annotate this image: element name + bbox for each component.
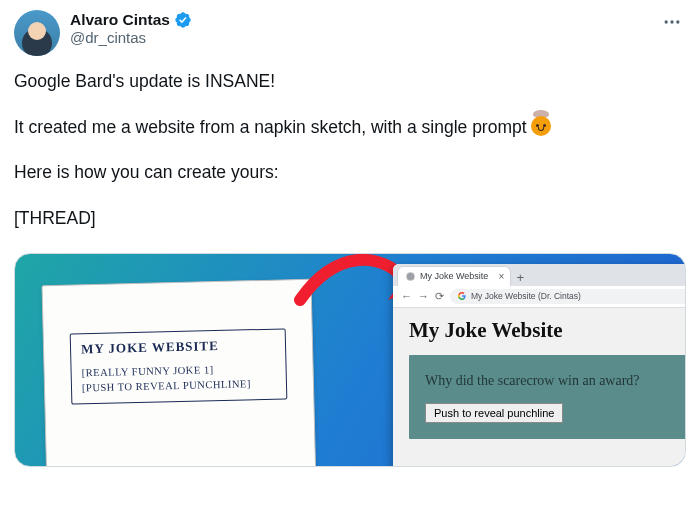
tweet-line-1: Google Bard's update is INSANE! (14, 70, 686, 94)
svg-point-0 (665, 20, 668, 23)
display-name[interactable]: Alvaro Cintas (70, 10, 170, 29)
browser-toolbar: ← → ⟳ My Joke Website (Dr. Cintas) (393, 286, 686, 308)
browser-tab[interactable]: My Joke Website × (397, 266, 511, 286)
mind-blown-emoji-icon (531, 116, 551, 136)
joke-question: Why did the scarecrow win an award? (425, 373, 686, 389)
google-g-icon (458, 292, 466, 300)
close-tab-icon[interactable]: × (499, 271, 505, 282)
new-tab-button[interactable]: + (511, 270, 529, 286)
reveal-punchline-button[interactable]: Push to reveal punchline (425, 403, 563, 423)
favicon-icon (406, 272, 415, 281)
reload-icon[interactable]: ⟳ (435, 290, 444, 303)
sketch-row-1: [REALLY FUNNY JOKE 1] (82, 362, 276, 378)
page-title: My Joke Website (409, 318, 686, 343)
user-handle[interactable]: @dr_cintas (70, 29, 192, 48)
address-bar[interactable]: My Joke Website (Dr. Cintas) (450, 289, 686, 304)
nav-back-icon[interactable]: ← (401, 290, 412, 302)
tweet-body: Google Bard's update is INSANE! It creat… (14, 70, 686, 231)
tweet-line-4: [THREAD] (14, 207, 686, 231)
rendered-page: My Joke Website Why did the scarecrow wi… (393, 308, 686, 467)
avatar[interactable] (14, 10, 60, 56)
more-options-button[interactable] (658, 10, 686, 38)
tab-title: My Joke Website (420, 271, 488, 281)
svg-point-2 (676, 20, 679, 23)
verified-badge-icon (174, 11, 192, 29)
browser-tabstrip: My Joke Website × + (393, 264, 686, 286)
tweet-line-3: Here is how you can create yours: (14, 161, 686, 185)
joke-panel: Why did the scarecrow win an award? Push… (409, 355, 686, 439)
sketch-title: MY JOKE WEBSITE (81, 336, 275, 357)
sketch-row-2: [PUSH TO REVEAL PUNCHLINE] (82, 377, 276, 393)
sketch-box: MY JOKE WEBSITE [REALLY FUNNY JOKE 1] [P… (70, 328, 288, 404)
napkin-sketch: MY JOKE WEBSITE [REALLY FUNNY JOKE 1] [P… (41, 278, 318, 466)
svg-point-1 (670, 20, 673, 23)
address-text: My Joke Website (Dr. Cintas) (471, 291, 581, 301)
tweet-container: Alvaro Cintas @dr_cintas Google Bard's u… (0, 0, 700, 231)
tweet-media[interactable]: MY JOKE WEBSITE [REALLY FUNNY JOKE 1] [P… (14, 253, 686, 467)
tweet-header: Alvaro Cintas @dr_cintas (14, 10, 686, 56)
ellipsis-icon (662, 12, 682, 32)
browser-window: My Joke Website × + ← → ⟳ My Joke Websit… (393, 264, 686, 467)
nav-forward-icon[interactable]: → (418, 290, 429, 302)
user-names: Alvaro Cintas @dr_cintas (70, 10, 192, 48)
tweet-line-2: It created me a website from a napkin sk… (14, 116, 686, 140)
